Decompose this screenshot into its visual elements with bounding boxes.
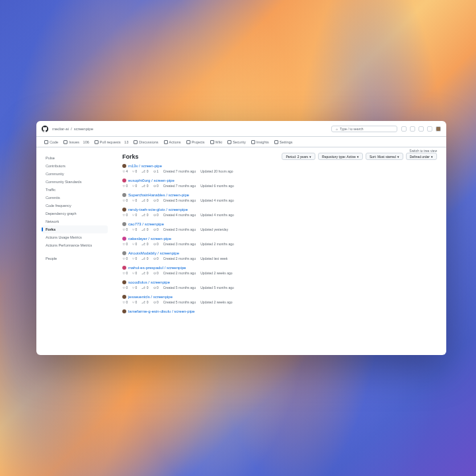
fork-stat[interactable]: ⑂ 0: [132, 300, 137, 304]
projects-icon: [186, 140, 190, 144]
tab-insights[interactable]: Insights: [251, 140, 269, 144]
tab-code[interactable]: Code: [44, 140, 58, 144]
sidebar-item-actions-performance-metrics[interactable]: Actions Performance Metrics: [42, 241, 108, 249]
owner-avatar-icon: [122, 193, 126, 197]
star-stat[interactable]: ☆ 0: [122, 184, 128, 188]
fork-link[interactable]: randy-tseh-scie-glutx / screenpipe: [128, 208, 188, 212]
fork-stat[interactable]: ⑂ 0: [132, 198, 137, 202]
fork-stats: ☆ 0⑂ 0⎇ 0⊙ 0Created 5 months agoUpdated …: [122, 198, 437, 202]
tab-actions[interactable]: Actions: [164, 140, 181, 144]
sidebar-item-forks[interactable]: Forks: [42, 225, 108, 233]
search-input[interactable]: ⌕ Type / to search: [331, 126, 397, 132]
sidebar-item-network[interactable]: Network: [42, 218, 108, 225]
fork-stat[interactable]: ⑂ 0: [132, 169, 137, 173]
issue-stat[interactable]: ⊙ 0: [153, 286, 159, 290]
fork-link[interactable]: mahul-es-prespadul / screenpipe: [128, 266, 186, 270]
create-icon[interactable]: [401, 126, 407, 132]
star-stat[interactable]: ☆ 0: [122, 242, 128, 246]
fork-link[interactable]: lamefarme-g-esin-disulu / screen-pipe: [128, 309, 195, 313]
issue-stat[interactable]: ⊙ 0: [153, 271, 159, 275]
pr-stat[interactable]: ⎇ 0: [141, 213, 148, 217]
pr-stat[interactable]: ⎇ 0: [141, 271, 148, 275]
tab-issues[interactable]: Issues 106: [63, 140, 89, 144]
created-text: Created 5 months ago: [163, 198, 196, 202]
pr-stat[interactable]: ⎇ 0: [141, 169, 148, 173]
breadcrumb[interactable]: mediar-ai / screenpipe: [52, 127, 93, 131]
issue-stat[interactable]: ⊙ 0: [153, 242, 159, 246]
pr-stat[interactable]: ⎇ 0: [141, 184, 148, 188]
view-switch-link[interactable]: Switch to tree view: [409, 149, 437, 153]
pr-stat[interactable]: ⎇ 0: [141, 198, 148, 202]
star-stat[interactable]: ☆ 0: [122, 286, 128, 290]
issue-stat[interactable]: ⊙ 0: [153, 198, 159, 202]
sidebar-item-code-frequency[interactable]: Code frequency: [42, 202, 108, 210]
star-stat[interactable]: ☆ 0: [122, 213, 128, 217]
fork-stat[interactable]: ⑂ 0: [132, 286, 137, 290]
tab-wiki[interactable]: Wiki: [210, 140, 222, 144]
sidebar-item-actions-usage-metrics[interactable]: Actions Usage Metrics: [42, 233, 108, 241]
fork-link[interactable]: cao773 / screenpipe: [128, 222, 164, 226]
search-icon: ⌕: [336, 127, 338, 131]
pr-stat[interactable]: ⎇ 0: [141, 227, 148, 231]
fork-link[interactable]: cakeslayer / screen-pipe: [128, 237, 171, 241]
fork-link[interactable]: eusopht0org / screen-pipe: [128, 178, 175, 182]
owner-avatar-icon: [122, 178, 126, 182]
star-stat[interactable]: ☆ 0: [122, 300, 128, 304]
filter-3[interactable]: Defined order ▾: [406, 153, 437, 160]
fork-link[interactable]: jesseuenicls / screenpipe: [128, 295, 173, 299]
owner-avatar-icon: [122, 222, 126, 226]
fork-row: randy-tseh-scie-glutx / screenpipe☆ 0⑂ 0…: [122, 208, 437, 217]
fork-stat[interactable]: ⑂ 0: [132, 242, 137, 246]
tab-settings[interactable]: Settings: [274, 140, 293, 144]
owner-avatar-icon: [122, 164, 126, 168]
fork-link[interactable]: sooodlulus / screenpipe: [128, 280, 170, 284]
star-stat[interactable]: ☆ 0: [122, 198, 128, 202]
fork-link[interactable]: m13v / screen-pipe: [128, 164, 162, 168]
fork-stat[interactable]: ⑂ 0: [132, 227, 137, 231]
star-stat[interactable]: ☆ 4: [122, 169, 128, 173]
star-stat[interactable]: ☆ 0: [122, 271, 128, 275]
avatar[interactable]: [436, 126, 441, 132]
breadcrumb-owner[interactable]: mediar-ai: [52, 127, 69, 131]
sidebar-item-commits[interactable]: Commits: [42, 194, 108, 202]
issue-stat[interactable]: ⊙ 0: [153, 227, 159, 231]
tab-projects[interactable]: Projects: [186, 140, 205, 144]
sidebar-item-dependency-graph[interactable]: Dependency graph: [42, 210, 108, 218]
sidebar-item-pulse[interactable]: Pulse: [42, 154, 108, 162]
sidebar-item-people[interactable]: People: [42, 255, 108, 262]
fork-stat[interactable]: ⑂ 0: [132, 271, 137, 275]
pr-stat[interactable]: ⎇ 0: [141, 300, 148, 304]
fork-link[interactable]: AirootsModabily / screenpipe: [128, 251, 179, 255]
issues-tray-icon[interactable]: [410, 126, 415, 132]
fork-stat[interactable]: ⑂ 0: [132, 257, 137, 260]
filter-0[interactable]: Period: 2 years ▾: [282, 153, 315, 160]
notifications-icon[interactable]: [427, 126, 432, 132]
filter-1[interactable]: Repository type: Active ▾: [318, 153, 363, 160]
sidebar-item-community-standards[interactable]: Community Standards: [42, 178, 108, 186]
filter-2[interactable]: Sort: Most starred ▾: [366, 153, 403, 160]
sidebar-item-traffic[interactable]: Traffic: [42, 186, 108, 194]
tab-security[interactable]: Security: [227, 140, 246, 144]
insights-sidebar: PulseContributorsCommunityCommunity Stan…: [36, 147, 113, 355]
issue-stat[interactable]: ⊙ 0: [153, 213, 159, 217]
star-stat[interactable]: ☆ 0: [122, 227, 128, 231]
fork-stat[interactable]: ⑂ 0: [132, 213, 137, 217]
pr-stat[interactable]: ⎇ 0: [141, 257, 148, 260]
sidebar-item-contributors[interactable]: Contributors: [42, 162, 108, 170]
sidebar-item-community[interactable]: Community: [42, 170, 108, 178]
pr-stat[interactable]: ⎇ 0: [141, 242, 148, 246]
pr-tray-icon[interactable]: [418, 126, 424, 132]
tab-pulls[interactable]: Pull requests 13: [95, 140, 128, 144]
issue-stat[interactable]: ⊙ 1: [153, 169, 159, 173]
star-stat[interactable]: ☆ 0: [122, 257, 128, 260]
fork-link[interactable]: SuperchainHanables / screen-pipe: [128, 193, 189, 197]
github-logo-icon[interactable]: [42, 126, 48, 132]
issue-stat[interactable]: ⊙ 0: [153, 184, 159, 188]
created-text: Created 7 months ago: [163, 184, 196, 188]
issue-stat[interactable]: ⊙ 0: [153, 257, 159, 260]
issue-stat[interactable]: ⊙ 0: [153, 300, 159, 304]
pr-stat[interactable]: ⎇ 0: [141, 286, 148, 290]
tab-discussions[interactable]: Discussions: [134, 140, 158, 144]
fork-stat[interactable]: ⑂ 0: [132, 184, 137, 188]
breadcrumb-repo[interactable]: screenpipe: [74, 127, 93, 131]
